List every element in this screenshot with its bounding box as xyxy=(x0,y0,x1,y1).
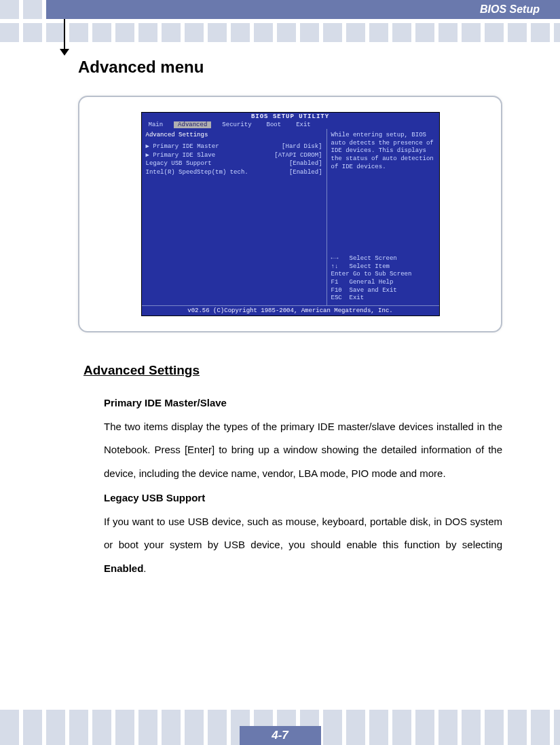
bios-utility-title: BIOS SETUP UTILITY xyxy=(142,113,439,121)
header-title: BIOS Setup xyxy=(480,3,540,16)
bios-key: ←→ Select Screen xyxy=(331,255,435,263)
bios-row-label: Legacy USB Support xyxy=(146,159,212,168)
bios-right-panel: While entering setup, BIOS auto detects … xyxy=(327,129,439,305)
bios-key-legend: ←→ Select Screen ↑↓ Select Item Enter Go… xyxy=(331,255,435,303)
bios-left-panel: Advanced Settings ▶ Primary IDE Master [… xyxy=(142,129,327,305)
paragraph-usb: If you want to use USB device, such as m… xyxy=(104,510,502,581)
arrow-line xyxy=(64,19,65,52)
paragraph-ide: The two items display the types of the p… xyxy=(104,415,502,486)
article-body: Primary IDE Master/Slave The two items d… xyxy=(104,391,502,580)
top-squares-row xyxy=(0,23,560,42)
bios-menu-bar: Main Advanced Security Boot Exit xyxy=(142,121,439,129)
bios-row-value: [Enabled] xyxy=(289,168,322,177)
bios-row-value: [Hard Disk] xyxy=(282,142,322,151)
bios-row-value: [ATAPI CDROM] xyxy=(274,151,322,160)
sub-heading-ide: Primary IDE Master/Slave xyxy=(104,391,502,415)
header-title-bar: BIOS Setup xyxy=(64,0,560,19)
bios-row: Intel(R) SpeedStep(tm) tech. [Enabled] xyxy=(146,168,322,177)
bios-key: ESC Exit xyxy=(331,294,435,303)
bios-row: ▶ Primary IDE Slave [ATAPI CDROM] xyxy=(146,151,322,160)
p-usb-pre: If you want to use USB device, such as m… xyxy=(104,516,502,551)
bios-row: ▶ Primary IDE Master [Hard Disk] xyxy=(146,142,322,151)
bios-row-value: [Enabled] xyxy=(289,159,322,168)
bottom-decoration: 4-7 xyxy=(0,707,560,745)
bios-row: Legacy USB Support [Enabled] xyxy=(146,159,322,168)
top-decoration: BIOS Setup xyxy=(0,0,560,42)
bios-row-label: Intel(R) SpeedStep(tm) tech. xyxy=(146,168,248,177)
p-usb-post: . xyxy=(143,562,146,574)
bios-row-label: ▶ Primary IDE Master xyxy=(146,142,219,151)
bios-menu-boot: Boot xyxy=(263,121,286,128)
bios-menu-security: Security xyxy=(218,121,255,128)
bios-menu-advanced: Advanced xyxy=(174,121,211,128)
bios-menu-main: Main xyxy=(145,121,168,128)
bios-panel-title: Advanced Settings xyxy=(146,132,322,138)
bios-row-label: ▶ Primary IDE Slave xyxy=(146,151,216,160)
bios-key: F1 General Help xyxy=(331,279,435,287)
bios-key: F10 Save and Exit xyxy=(331,287,435,295)
sub-heading-usb: Legacy USB Support xyxy=(104,486,502,510)
bios-key: ↑↓ Select Item xyxy=(331,263,435,271)
page-number: 4-7 xyxy=(240,726,321,745)
bios-footer: v02.56 (C)Copyright 1985-2004, American … xyxy=(142,305,439,316)
arrow-down-icon xyxy=(60,49,69,56)
bios-help-text: While entering setup, BIOS auto detects … xyxy=(331,132,435,171)
bios-menu-exit: Exit xyxy=(292,121,315,128)
page-content: Advanced menu BIOS SETUP UTILITY Main Ad… xyxy=(78,58,502,580)
section-heading: Advanced Settings xyxy=(83,363,502,378)
bios-screenshot-frame: BIOS SETUP UTILITY Main Advanced Securit… xyxy=(78,96,502,332)
bios-screenshot: BIOS SETUP UTILITY Main Advanced Securit… xyxy=(141,112,440,316)
bios-key: Enter Go to Sub Screen xyxy=(331,271,435,279)
p-usb-bold: Enabled xyxy=(104,562,143,574)
page-title: Advanced menu xyxy=(78,58,502,77)
